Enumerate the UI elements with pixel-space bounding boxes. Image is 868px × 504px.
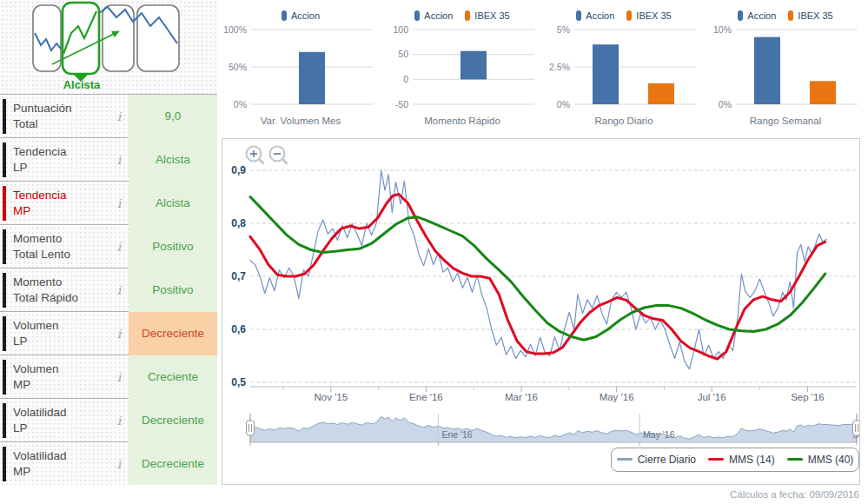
price-chart[interactable]: 0,90,80,70,60,5Nov '15Ene '16Mar '16May … — [222, 139, 859, 484]
indicator-value: 9,0 — [129, 95, 217, 138]
mini-chart-title: Momento Rápido — [383, 116, 541, 126]
legend-item-cierrediario[interactable]: Cierre Diario — [617, 454, 696, 466]
series-cierrediario — [250, 170, 826, 369]
legend-marker — [788, 10, 793, 21]
indicator-row: TendenciaMPiAlcista — [0, 182, 217, 225]
indicator-row: MomentoTotal LentoiPositivo — [0, 225, 217, 269]
y-axis-label: 0,7 — [231, 270, 246, 282]
axis-tick-label: -50 — [395, 99, 408, 109]
price-chart-panel: 0,90,80,70,60,5Nov '15Ene '16Mar '16May … — [222, 138, 860, 485]
axis-tick-label: 5% — [557, 24, 570, 35]
zoom-in-button[interactable] — [247, 147, 264, 164]
y-axis-label: 0,9 — [231, 164, 246, 176]
indicator-label: VolatilidadMP — [6, 448, 109, 480]
legend-item-mms14[interactable]: MMS (14) — [708, 454, 775, 466]
x-axis-label: Mar '16 — [505, 392, 538, 402]
bar-accion — [461, 51, 487, 80]
indicator-value: Decreciente — [129, 399, 217, 442]
indicator-row: VolumenLPiDecreciente — [0, 312, 217, 355]
y-axis-label: 0,6 — [231, 323, 246, 335]
bar-accion — [299, 52, 325, 104]
indicator-label: VolumenMP — [6, 361, 109, 393]
axis-tick-label: 0% — [719, 99, 732, 109]
bar-ibex-35 — [648, 83, 674, 104]
axis-tick-label: 50% — [229, 62, 247, 72]
axis-tick-label: 10% — [713, 24, 732, 35]
indicator-table: PuntuaciónTotali9,0TendenciaLPiAlcistaTe… — [0, 94, 217, 486]
indicator-label: MomentoTotal Rápido — [6, 275, 109, 306]
indicator-label: PuntuaciónTotal — [6, 101, 109, 132]
trend-card-2-selected[interactable] — [63, 3, 99, 74]
calc-date-text: Cálculos a fecha: 09/09/2016 — [730, 489, 859, 500]
info-icon[interactable]: i — [109, 327, 129, 341]
legend-item-mms40[interactable]: MMS (40) — [787, 454, 854, 466]
mini-chart-legend: AccionIBEX 35 — [545, 0, 703, 24]
x-axis-label: May '16 — [600, 392, 634, 402]
legend-item[interactable]: Accion — [738, 10, 776, 21]
zoom-out-button[interactable] — [270, 147, 288, 164]
indicator-value: Creciente — [129, 355, 217, 399]
navigator-area[interactable] — [250, 416, 857, 442]
axis-tick-label: 50 — [398, 49, 408, 59]
mini-charts-row: Accion100%50%0%Var. Volumen MesAccionIBE… — [222, 0, 868, 136]
indicator-sidebar: Alcista PuntuaciónTotali9,0TendenciaLPiA… — [0, 0, 217, 485]
info-icon[interactable]: i — [109, 153, 129, 167]
bar-accion — [754, 37, 780, 104]
legend-marker — [787, 458, 803, 461]
trend-phase-cards[interactable] — [0, 0, 217, 83]
trend-phase-label: Alcista — [50, 78, 113, 91]
info-icon[interactable]: i — [109, 109, 129, 123]
mini-chart: AccionIBEX 355%2.5%0%Rango Diario — [545, 0, 703, 136]
indicator-value: Positivo — [129, 269, 217, 312]
legend-marker — [414, 10, 420, 21]
y-axis-label: 0,8 — [231, 217, 246, 229]
indicator-row: VolatilidadLPiDecreciente — [0, 399, 217, 442]
indicator-value: Alcista — [129, 138, 217, 182]
legend-item[interactable]: Accion — [282, 10, 320, 21]
mini-chart-plot: 100500-50 — [383, 24, 541, 111]
legend-item[interactable]: IBEX 35 — [465, 10, 509, 21]
info-icon[interactable]: i — [109, 370, 129, 384]
legend-marker — [576, 10, 581, 21]
indicator-label: VolumenLP — [6, 318, 109, 349]
footer-bar: Cálculos a fecha: 09/09/2016 — [0, 485, 868, 504]
mini-chart-legend: AccionIBEX 35 — [706, 0, 865, 24]
mini-chart-legend: AccionIBEX 35 — [383, 0, 541, 24]
indicator-row: MomentoTotal RápidoiPositivo — [0, 269, 217, 312]
indicator-row: VolatilidadMPiDecreciente — [0, 442, 217, 486]
info-icon[interactable]: i — [109, 283, 129, 297]
x-axis-label: Ene '16 — [409, 392, 443, 402]
mini-chart-title: Var. Volumen Mes — [222, 116, 380, 126]
indicator-value: Alcista — [129, 182, 217, 225]
info-icon[interactable]: i — [109, 414, 129, 428]
mini-chart-legend: Accion — [222, 0, 380, 24]
mini-chart-plot: 100%50%0% — [222, 24, 380, 111]
info-icon[interactable]: i — [109, 240, 129, 254]
axis-tick-label: 100% — [223, 24, 247, 35]
mini-chart-plot: 10%0% — [706, 24, 865, 111]
indicator-label: TendenciaMP — [6, 188, 109, 219]
legend-item[interactable]: Accion — [414, 10, 453, 21]
mini-chart: Accion100%50%0%Var. Volumen Mes — [222, 0, 380, 136]
trend-phase-widget: Alcista — [0, 0, 217, 94]
indicator-row: VolumenMPiCreciente — [0, 355, 217, 399]
chart-legend: Cierre DiarioMMS (14)MMS (40) — [611, 448, 859, 472]
legend-item[interactable]: IBEX 35 — [626, 10, 671, 21]
x-axis-label: Jul '16 — [698, 392, 726, 402]
navigator-label: May '16 — [643, 429, 675, 440]
x-axis-label: Nov '15 — [315, 392, 348, 402]
indicator-value: Positivo — [129, 225, 217, 269]
legend-item[interactable]: IBEX 35 — [788, 10, 832, 21]
bar-ibex-35 — [810, 81, 836, 104]
indicator-value: Decreciente — [129, 312, 217, 355]
mini-chart-plot: 5%2.5%0% — [545, 24, 703, 111]
info-icon[interactable]: i — [109, 196, 129, 210]
y-axis-label: 0,5 — [231, 376, 246, 388]
mini-chart: AccionIBEX 3510%0%Rango Semanal — [706, 0, 865, 136]
legend-item[interactable]: Accion — [576, 10, 614, 21]
info-icon[interactable]: i — [109, 457, 129, 471]
indicator-label: MomentoTotal Lento — [6, 231, 109, 262]
mini-chart-title: Rango Semanal — [706, 116, 865, 126]
bar-accion — [593, 44, 619, 104]
mini-chart: AccionIBEX 35100500-50Momento Rápido — [383, 0, 541, 136]
